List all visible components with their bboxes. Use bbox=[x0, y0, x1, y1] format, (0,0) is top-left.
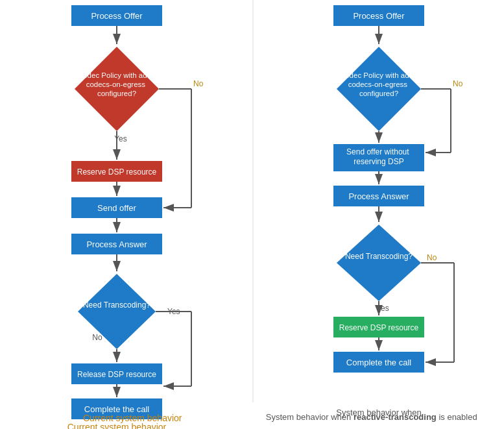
right-no2-label: No bbox=[427, 253, 437, 262]
left-no-text: No bbox=[193, 79, 204, 88]
left-release-dsp-text: Release DSP resource bbox=[77, 370, 156, 379]
left-send-offer-text: Send offer bbox=[97, 203, 136, 213]
left-process-offer-text: Process Offer bbox=[91, 11, 143, 21]
right-transcoding-diamond bbox=[337, 225, 421, 301]
right-process-answer-text: Process Answer bbox=[348, 191, 409, 201]
main-container: Process Offer Codec Policy with add- cod… bbox=[0, 0, 504, 429]
right-complete-text: Complete the call bbox=[346, 358, 412, 367]
right-caption-span-normal1: System behavior when bbox=[266, 412, 354, 422]
right-transcoding-text: Need Transcoding? bbox=[345, 252, 413, 261]
right-caption-span-normal2: is enabled bbox=[437, 412, 477, 422]
right-caption-span-bold: reactive-transcoding bbox=[354, 412, 437, 422]
right-codec-diamond bbox=[337, 47, 421, 131]
right-no-text: No bbox=[453, 79, 463, 88]
right-caption-div: System behavior when reactive-transcodin… bbox=[261, 412, 482, 424]
left-transcoding-text: Need Transcoding? bbox=[83, 300, 150, 310]
left-caption-span: Current system behavior bbox=[83, 413, 182, 423]
main-svg: Process Offer Codec Policy with add- cod… bbox=[0, 0, 504, 429]
right-process-offer-text: Process Offer bbox=[353, 11, 405, 21]
left-reserve-dsp-text: Reserve DSP resource bbox=[77, 167, 157, 177]
left-process-answer-text: Process Answer bbox=[86, 239, 147, 249]
right-send-offer-text: Send offer without reserving DSP bbox=[346, 147, 411, 166]
left-transcoding-diamond bbox=[78, 274, 156, 349]
right-reserve-dsp-text: Reserve DSP resource bbox=[339, 323, 419, 332]
left-no-label: No bbox=[92, 333, 102, 342]
left-codec-diamond bbox=[75, 47, 159, 131]
left-caption-div: Current system behavior bbox=[22, 412, 243, 424]
